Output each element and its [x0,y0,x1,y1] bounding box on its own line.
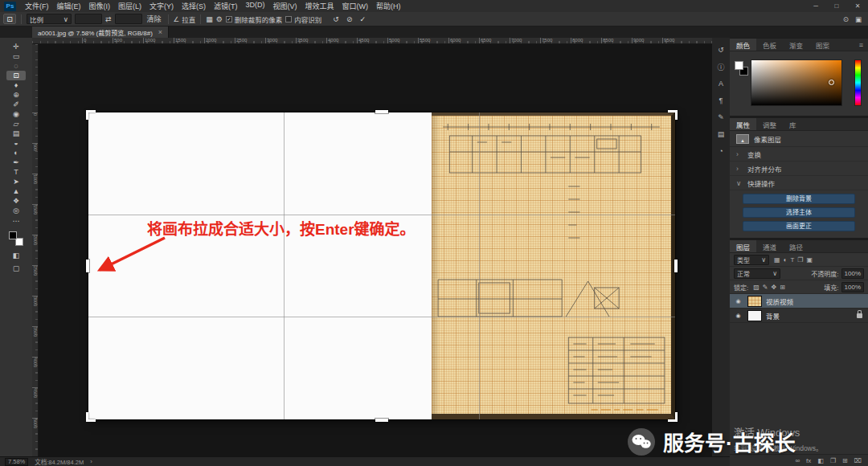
eraser-tool[interactable]: ▱ [6,119,26,129]
eyedropper-tool[interactable]: ♦ [6,80,26,90]
properties-section[interactable]: › 变换 [730,147,868,161]
path-select-tool[interactable]: ➤ [6,177,26,186]
layers-footer-icon[interactable]: ⌧ [854,457,862,464]
crop-tool[interactable]: ⊡ [6,71,26,80]
layers-footer-icon[interactable]: ❐ [830,457,836,464]
crop-settings-gear-icon[interactable]: ⚙ [216,15,223,23]
lock-option-icon[interactable]: ✎ [763,284,768,291]
layer-visibility-eye-icon[interactable]: ◉ [733,313,743,319]
document-tab[interactable]: a0001.jpg @ 7.58% (裁剪预览, RGB/8#) × [32,27,169,38]
brush-tool[interactable]: ✐ [6,100,26,109]
fill-value[interactable]: 100% [841,282,864,292]
collapsed-panel-icon[interactable]: A [714,78,728,89]
dodge-tool[interactable]: ◐ [6,148,26,157]
menu-item[interactable]: 文件(F) [21,1,53,11]
menu-item[interactable]: 选择(S) [178,1,210,11]
layers-footer-icon[interactable]: ◧ [817,457,824,464]
blur-tool[interactable]: ◒ [6,138,26,148]
zoom-tool[interactable]: ◎ [6,206,26,215]
foreground-background-swatches[interactable] [8,231,24,247]
menu-item[interactable]: 帮助(H) [372,1,405,11]
layer-visibility-eye-icon[interactable]: ◉ [733,298,743,305]
crop-handle-top-right[interactable] [668,110,678,120]
layers-footer-icon[interactable]: ∞ [795,457,800,464]
filter-icon[interactable]: ▦ [774,256,780,264]
type-tool[interactable]: T [6,167,26,177]
panel-tab[interactable]: 属性 [730,118,756,130]
saturation-brightness-field[interactable] [751,59,842,106]
crop-handle-bottom-right[interactable] [668,412,678,422]
hand-tool[interactable]: ❖ [6,196,26,206]
clone-stamp-tool[interactable]: ◉ [6,109,26,119]
shape-tool[interactable]: ▲ [6,186,26,196]
foreground-color-swatch[interactable] [735,61,743,70]
commit-crop-icon[interactable]: ✓ [359,15,366,23]
menu-item[interactable]: 文字(Y) [145,1,178,11]
move-tool[interactable]: ✛ [6,42,26,51]
hue-slider[interactable] [854,59,862,106]
collapsed-panel-icon[interactable]: ⓘ [714,61,728,72]
panel-tab[interactable]: 库 [783,118,803,130]
panel-menu-icon[interactable]: ≡ [854,39,868,51]
lock-option-icon[interactable]: ⊞ [780,284,785,291]
layers-footer-icon[interactable]: fx [806,457,811,464]
lock-option-icon[interactable]: ▨ [753,284,760,291]
quick-action-button[interactable]: 选择主体 [743,207,855,218]
menu-item[interactable]: 滤镜(T) [210,1,242,11]
crop-height-input[interactable] [115,14,142,24]
lock-option-icon[interactable]: ✥ [772,284,777,291]
content-aware-checkbox[interactable]: 内容识别 [285,14,321,24]
menu-item[interactable]: 编辑(E) [53,1,85,11]
properties-section[interactable]: › 对齐并分布 [730,161,868,176]
crop-handle-top[interactable] [375,110,388,113]
delete-cropped-pixels-checkbox[interactable]: 删除裁剪的像素 [226,14,283,24]
layer-row[interactable]: ◉ 视质视频 [730,294,868,309]
panel-tab[interactable]: 色板 [756,39,783,51]
crop-handle-right[interactable] [674,260,678,272]
collapsed-panel-icon[interactable]: ¶ [714,95,728,106]
zoom-level[interactable]: 7.58% [5,458,28,466]
lasso-tool[interactable]: ◌ [6,61,26,71]
properties-section[interactable]: ∨ 快捷操作 [730,176,868,190]
filter-icon[interactable]: ❐ [797,256,803,264]
filter-type-dropdown[interactable]: 类型 ∨ [734,255,769,265]
panel-tab[interactable]: 调整 [756,118,783,130]
panel-tab[interactable]: 渐变 [783,39,809,51]
marquee-tool[interactable]: ▭ [6,51,26,61]
gradient-tool[interactable]: ▤ [6,129,26,138]
layers-footer-icon[interactable]: ⊞ [842,457,848,464]
quick-action-button[interactable]: 删除背景 [743,194,855,204]
collapsed-panel-icon[interactable]: ◔ [714,145,728,157]
collapsed-panel-icon[interactable]: ▤ [714,129,728,140]
menu-item[interactable]: 图层(L) [114,1,145,11]
edit-toolbar-icon[interactable]: ⋯ [13,217,20,225]
healing-brush-tool[interactable]: ⊕ [6,90,26,100]
panel-tab[interactable]: 通道 [756,240,783,252]
cancel-crop-icon[interactable]: ⊘ [346,15,353,23]
crop-handle-bottom-left[interactable] [86,412,96,422]
pen-tool[interactable]: ✒ [6,157,26,167]
opacity-value[interactable]: 100% [841,268,864,279]
collapsed-panel-icon[interactable]: ✎ [714,112,728,123]
close-tab-icon[interactable]: × [158,28,162,36]
menu-item[interactable]: 图像(I) [85,1,115,11]
window-control-button[interactable]: ✕ [847,2,868,10]
overlay-options-icon[interactable]: ▦ [206,15,213,23]
menu-item[interactable]: 视图(V) [269,1,301,11]
panel-tab[interactable]: 图案 [809,39,836,51]
filter-icon[interactable]: ◐ [784,256,788,264]
swap-dimensions-icon[interactable]: ⇄ [105,15,112,23]
quick-action-button[interactable]: 画面更正 [743,221,855,231]
workspace-switcher-icon[interactable]: ▣ [855,15,862,23]
window-control-button[interactable]: □ [826,2,847,10]
screen-mode-icon[interactable]: ▢ [13,264,20,272]
blend-mode-dropdown[interactable]: 正常 ∨ [734,268,780,279]
panel-tab[interactable]: 图层 [730,240,756,252]
color-cursor[interactable] [829,80,834,85]
collapsed-panel-icon[interactable]: ↺ [714,44,728,55]
quick-mask-icon[interactable]: ◧ [13,251,20,260]
layer-row[interactable]: ◉ 背景 [730,309,868,323]
crop-handle-top-left[interactable] [86,110,96,120]
crop-width-input[interactable] [75,14,102,24]
window-control-button[interactable]: ─ [805,2,826,10]
